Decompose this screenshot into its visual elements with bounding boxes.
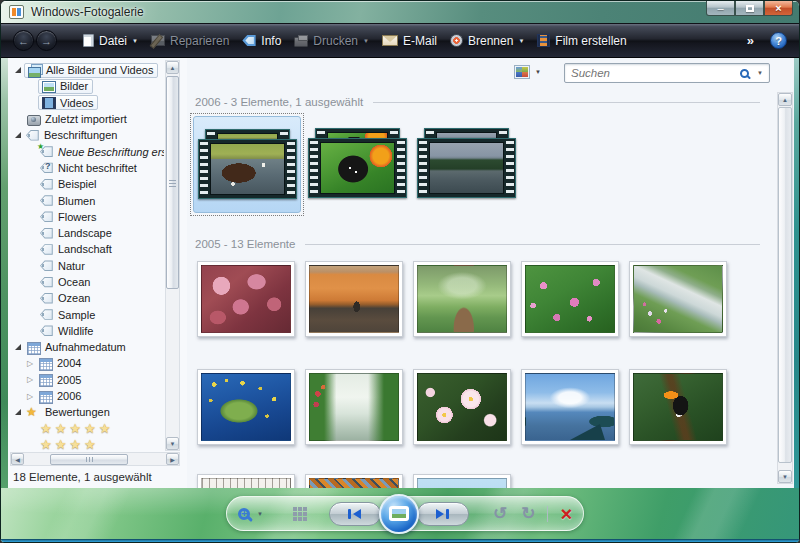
scroll-right-button[interactable]: ▶ xyxy=(166,453,179,465)
caret-down-icon[interactable]: ▼ xyxy=(257,511,263,517)
sidebar-item-neue-beschriftung[interactable]: ★Neue Beschriftung erste... xyxy=(8,143,164,159)
video-thumbnail-butterfly[interactable] xyxy=(308,128,407,198)
navigation-tree: Alle Bilder und Videos Bilder Videos Zul… xyxy=(8,62,164,452)
rating-filter-4-stars[interactable]: ★★★★ xyxy=(8,437,164,452)
scroll-down-button[interactable]: ▼ xyxy=(778,470,792,483)
sidebar-item-landscape[interactable]: Landscape xyxy=(8,225,164,241)
repair-button[interactable]: Reparieren xyxy=(151,34,229,48)
film-sprockets xyxy=(200,142,208,196)
sidebar-item-bewertungen[interactable]: ★Bewertungen xyxy=(8,404,164,420)
view-options-button[interactable]: ▼ xyxy=(514,65,541,79)
calendar-icon xyxy=(38,373,53,386)
email-button[interactable]: E-Mail xyxy=(382,34,437,48)
minimize-button[interactable]: – xyxy=(706,1,735,16)
tag-new-icon: ★ xyxy=(40,145,54,158)
sidebar-item-2006[interactable]: ▷ 2006 xyxy=(8,388,164,404)
photo-thumbnail[interactable] xyxy=(629,261,727,337)
sidebar-item-wildlife[interactable]: Wildlife xyxy=(8,323,164,339)
file-icon xyxy=(83,34,94,47)
photo-thumbnail[interactable] xyxy=(413,474,511,488)
scroll-up-button[interactable]: ▲ xyxy=(166,61,179,74)
burn-menu-button[interactable]: Brennen ▼ xyxy=(450,34,524,48)
window-controls: – × xyxy=(706,1,793,16)
info-button[interactable]: Info xyxy=(242,34,281,48)
toolbar-overflow-chevron[interactable]: » xyxy=(747,33,754,48)
sidebar-item-beispiel[interactable]: Beispiel xyxy=(8,176,164,192)
sidebar-item-bilder[interactable]: Bilder xyxy=(8,78,164,94)
scroll-up-button[interactable]: ▲ xyxy=(778,93,792,106)
photo-thumbnail[interactable] xyxy=(305,369,403,445)
sidebar-item-aufnahmedatum[interactable]: Aufnahmedatum xyxy=(8,339,164,355)
print-menu-button[interactable]: Drucken ▼ xyxy=(294,34,369,48)
photo-thumbnail[interactable] xyxy=(413,261,511,337)
rotate-ccw-button[interactable]: ↺ xyxy=(493,505,507,522)
next-button[interactable] xyxy=(417,502,469,526)
scroll-left-button[interactable]: ◀ xyxy=(11,453,24,465)
gallery-stack-icon xyxy=(27,64,42,77)
search-box: ▼ xyxy=(564,63,770,83)
tag-icon xyxy=(26,129,40,142)
calendar-icon xyxy=(38,390,53,403)
sidebar-horizontal-scrollbar[interactable]: ◀ ▶ xyxy=(10,452,180,466)
sidebar-item-nicht-beschriftet[interactable]: ?Nicht beschriftet xyxy=(8,160,164,176)
titlebar[interactable]: Windows-Fotogalerie – × xyxy=(1,1,800,23)
sidebar-item-alle-bilder-und-videos[interactable]: Alle Bilder und Videos xyxy=(8,62,164,78)
maximize-button[interactable] xyxy=(735,1,764,16)
sidebar-item-ocean[interactable]: Ocean xyxy=(8,274,164,290)
picture-icon xyxy=(41,80,56,93)
photo-thumbnail[interactable] xyxy=(521,261,619,337)
tag-icon xyxy=(40,324,54,337)
sidebar-item-2005[interactable]: ▷ 2005 xyxy=(8,372,164,388)
video-thumbnail-lake[interactable] xyxy=(417,128,516,198)
sidebar-item-2004[interactable]: ▷ 2004 xyxy=(8,355,164,371)
collapsed-arrow-icon[interactable]: ▷ xyxy=(24,392,36,401)
sidebar-item-natur[interactable]: Natur xyxy=(8,258,164,274)
photo-thumbnail[interactable] xyxy=(521,369,619,445)
make-movie-button[interactable]: Film erstellen xyxy=(537,34,626,48)
photo-thumbnail[interactable] xyxy=(197,369,295,445)
photo-thumbnail[interactable] xyxy=(197,261,295,337)
selected-video-tile[interactable] xyxy=(193,116,301,213)
previous-button[interactable] xyxy=(329,502,381,526)
search-icon[interactable] xyxy=(740,69,749,78)
scrollbar-thumb[interactable] xyxy=(166,76,179,289)
sidebar-item-zuletzt-importiert[interactable]: Zuletzt importiert xyxy=(8,111,164,127)
close-button[interactable]: × xyxy=(764,1,793,16)
rotate-cw-button[interactable]: ↻ xyxy=(521,505,535,522)
rating-filter-5-stars[interactable]: ★★★★★ xyxy=(8,421,164,437)
caret-down-icon: ▼ xyxy=(518,38,524,44)
sidebar-item-beschriftungen[interactable]: Beschriftungen xyxy=(8,127,164,143)
photo-thumbnail[interactable] xyxy=(413,369,511,445)
sidebar-vertical-scrollbar[interactable]: ▲ ▼ xyxy=(165,60,180,451)
file-menu-button[interactable]: Datei ▼ xyxy=(83,34,138,48)
collapsed-arrow-icon[interactable]: ▷ xyxy=(24,375,36,384)
sidebar-item-videos[interactable]: Videos xyxy=(8,95,164,111)
sidebar-item-flowers[interactable]: Flowers xyxy=(8,209,164,225)
content-vertical-scrollbar[interactable]: ▲ ▼ xyxy=(777,92,793,484)
magnifier-plus-icon[interactable] xyxy=(238,508,250,520)
scrollbar-thumb[interactable] xyxy=(50,454,128,465)
scrollbar-thumb[interactable] xyxy=(778,107,792,463)
sidebar-item-blumen[interactable]: Blumen xyxy=(8,192,164,208)
search-input[interactable] xyxy=(565,67,740,79)
star-icon: ★ xyxy=(84,437,99,452)
forward-button[interactable]: → xyxy=(36,30,57,51)
caret-down-icon: ▼ xyxy=(363,38,369,44)
scroll-down-button[interactable]: ▼ xyxy=(166,437,179,450)
back-button[interactable]: ← xyxy=(13,30,34,51)
grid-icon[interactable] xyxy=(293,507,297,511)
sidebar-item-landschaft[interactable]: Landschaft xyxy=(8,241,164,257)
video-thumbnail-bear[interactable] xyxy=(198,129,297,199)
photo-thumbnail[interactable] xyxy=(305,474,403,488)
help-button[interactable]: ? xyxy=(770,32,787,49)
collapsed-arrow-icon[interactable]: ▷ xyxy=(24,359,36,368)
slideshow-button[interactable] xyxy=(379,494,419,534)
photo-thumbnail[interactable] xyxy=(305,261,403,337)
caret-down-icon[interactable]: ▼ xyxy=(757,70,763,76)
sidebar-item-sample[interactable]: Sample xyxy=(8,306,164,322)
sidebar-item-ozean[interactable]: Ozean xyxy=(8,290,164,306)
group-header-2005: 2005 - 13 Elemente xyxy=(195,238,760,250)
photo-thumbnail[interactable] xyxy=(629,369,727,445)
delete-button[interactable]: × xyxy=(560,504,572,524)
photo-thumbnail[interactable] xyxy=(197,474,295,488)
